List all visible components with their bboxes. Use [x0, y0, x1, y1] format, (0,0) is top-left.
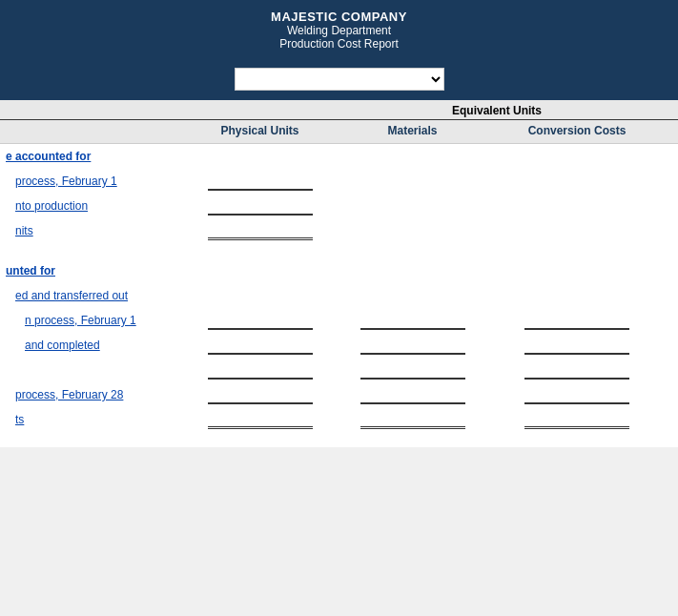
cell-process-feb28-materials	[334, 385, 491, 404]
input-blank-conversion[interactable]	[524, 360, 629, 380]
input-blank-physical[interactable]	[208, 360, 313, 380]
col-materials: Materials	[334, 124, 491, 137]
equiv-units-bar: Equivalent Units	[0, 100, 678, 120]
label-n-process-feb1: n process, February 1	[0, 314, 186, 327]
row-and-completed: and completed	[0, 333, 678, 358]
input-and-completed-materials[interactable]	[360, 336, 465, 355]
label-nto-production: nto production	[0, 199, 186, 213]
department-name: Welding Department	[0, 24, 678, 37]
input-n-process-feb1-physical[interactable]	[208, 311, 313, 330]
input-n-process-feb1-materials[interactable]	[360, 311, 465, 330]
cell-blank-physical	[186, 360, 334, 380]
col-headers-row: Physical Units Materials Conversion Cost…	[0, 120, 678, 143]
input-and-completed-conversion[interactable]	[524, 336, 629, 355]
dropdown-row	[0, 62, 678, 100]
cell-process-feb28-physical	[186, 385, 334, 404]
company-name: MAJESTIC COMPANY	[0, 10, 678, 24]
input-nits-physical[interactable]	[208, 221, 313, 240]
equiv-units-label: Equivalent Units	[316, 104, 678, 117]
label-nits: nits	[0, 224, 186, 237]
row-nits: nits	[0, 218, 678, 243]
spacer2	[0, 432, 678, 447]
input-ts-materials[interactable]	[360, 410, 465, 429]
column-headers: Equivalent Units Physical Units Material…	[0, 100, 678, 144]
col-physical-units: Physical Units	[186, 124, 334, 137]
input-ts-conversion[interactable]	[524, 410, 629, 429]
input-and-completed-physical[interactable]	[208, 336, 313, 355]
section2-header-label: unted for	[0, 264, 186, 277]
row-nto-production: nto production	[0, 194, 678, 218]
report-title: Production Cost Report	[0, 37, 678, 51]
cell-process-feb28-conversion	[491, 385, 663, 404]
label-and-completed: and completed	[0, 339, 186, 352]
section1-header-label: e accounted for	[0, 150, 186, 163]
input-process-feb28-materials[interactable]	[360, 385, 465, 404]
content-area: e accounted for process, February 1 nto …	[0, 144, 678, 447]
input-process-feb28-physical[interactable]	[208, 385, 313, 404]
row-transferred-out: ed and transferred out	[0, 283, 678, 308]
cell-blank-materials	[334, 360, 491, 380]
cell-process-feb1-physical	[186, 172, 334, 191]
input-ts-physical[interactable]	[208, 410, 313, 429]
row-ts: ts	[0, 407, 678, 432]
cell-and-completed-physical	[186, 336, 334, 355]
cell-blank-conversion	[491, 360, 663, 380]
cell-ts-materials	[334, 410, 491, 429]
period-dropdown[interactable]	[235, 68, 444, 91]
row-n-process-feb1: n process, February 1	[0, 308, 678, 333]
cell-ts-physical	[186, 410, 334, 429]
col-conversion-costs: Conversion Costs	[491, 124, 663, 137]
input-n-process-feb1-conversion[interactable]	[524, 311, 629, 330]
label-process-feb28: process, February 28	[0, 388, 186, 401]
section1-header-row: e accounted for	[0, 144, 678, 169]
cell-and-completed-materials	[334, 336, 491, 355]
label-transferred-out: ed and transferred out	[0, 289, 186, 302]
row-process-feb28: process, February 28	[0, 382, 678, 407]
cell-n-process-feb1-materials	[334, 311, 491, 330]
cell-nto-production-physical	[186, 196, 334, 216]
cell-nits-physical	[186, 221, 334, 240]
input-blank-materials[interactable]	[360, 360, 465, 380]
row-process-feb1: process, February 1	[0, 169, 678, 194]
cell-n-process-feb1-physical	[186, 311, 334, 330]
label-ts: ts	[0, 413, 186, 426]
section2-header-row: unted for	[0, 258, 678, 283]
cell-and-completed-conversion	[491, 336, 663, 355]
input-process-feb28-conversion[interactable]	[524, 385, 629, 404]
cell-ts-conversion	[491, 410, 663, 429]
spacer1	[0, 243, 678, 258]
label-process-feb1: process, February 1	[0, 175, 186, 188]
cell-n-process-feb1-conversion	[491, 311, 663, 330]
input-process-feb1-physical[interactable]	[208, 172, 313, 191]
row-blank-inputs	[0, 358, 678, 382]
input-nto-production-physical[interactable]	[208, 196, 313, 216]
page-header: MAJESTIC COMPANY Welding Department Prod…	[0, 0, 678, 62]
